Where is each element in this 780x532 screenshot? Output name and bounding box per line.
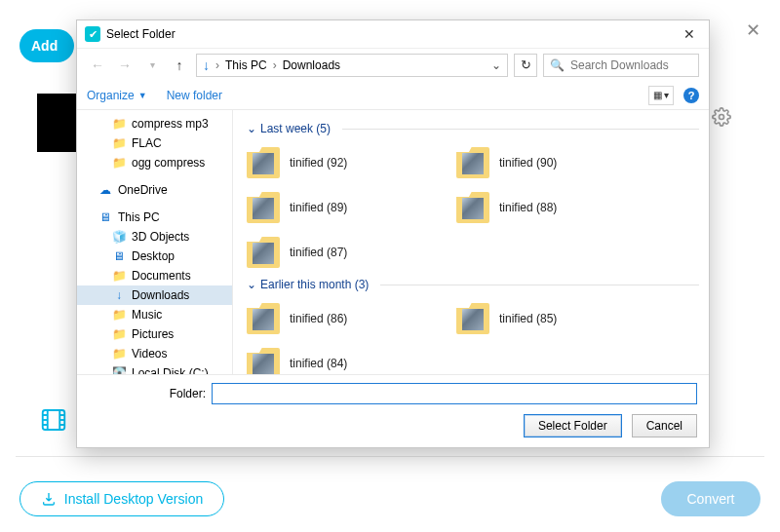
new-folder-button[interactable]: New folder [167,89,222,102]
cancel-button[interactable]: Cancel [632,414,697,437]
folder-icon [456,303,489,334]
folder-tree[interactable]: 📁compress mp3📁FLAC📁ogg compress☁OneDrive… [77,110,233,374]
install-label: Install Desktop Version [64,491,203,507]
folder-icon [247,192,280,223]
chevron-down-icon: ⌄ [247,122,256,135]
new-folder-label: New folder [167,89,222,102]
install-desktop-button[interactable]: Install Desktop Version [20,481,224,516]
cancel-label: Cancel [646,419,682,433]
tree-item-label: Music [132,308,162,322]
folder-name: tinified (87) [290,246,347,259]
group-header[interactable]: ⌄Last week (5) [247,122,699,135]
folder-name: tinified (85) [499,312,557,325]
group-title: Earlier this month (3) [260,278,369,291]
tree-item-label: OneDrive [118,183,168,197]
up-button[interactable]: ↑ [169,55,190,76]
tree-item[interactable]: 🖥This PC [77,208,232,227]
tree-item[interactable]: 📁Pictures [77,324,232,344]
folder-name: tinified (88) [499,201,557,214]
folder-item[interactable]: tinified (84) [247,344,437,374]
organize-label: Organize [87,89,135,102]
breadcrumb-current[interactable]: Downloads [283,58,340,72]
folder-item[interactable]: tinified (88) [456,188,646,227]
folder-name-input[interactable] [212,383,697,404]
folder-item[interactable]: tinified (87) [247,233,437,272]
divider [16,456,764,457]
tree-item[interactable]: ☁OneDrive [77,180,232,200]
folder-icon [247,303,280,334]
tree-item[interactable]: 📁Music [77,305,232,324]
chevron-down-icon: ⌄ [247,278,256,291]
chevron-right-icon: › [273,58,277,72]
folder-icon [456,192,489,223]
add-button-bg[interactable]: Add [20,29,74,62]
search-icon: 🔍 [550,58,565,72]
tree-item[interactable]: 🧊3D Objects [77,227,232,247]
chevron-down-icon: ▼ [138,91,147,100]
address-bar[interactable]: ↓ › This PC › Downloads ⌄ [196,54,508,77]
forward-button: → [114,55,136,76]
folder-item[interactable]: tinified (90) [456,143,646,182]
tree-item-label: 3D Objects [132,230,189,244]
select-folder-button[interactable]: Select Folder [524,414,622,437]
folder-name: tinified (92) [290,156,347,170]
tree-item-label: Pictures [132,327,174,341]
film-icon [39,405,68,435]
tree-item-label: This PC [118,210,160,224]
tree-item[interactable]: 📁FLAC [77,133,232,153]
chevron-down-icon[interactable]: ⌄ [491,58,501,72]
tree-item[interactable]: 📁compress mp3 [77,114,232,133]
refresh-button[interactable]: ↻ [514,54,537,77]
dialog-footer: Folder: Select Folder Cancel [77,374,709,447]
download-icon [41,491,57,507]
gear-icon[interactable] [712,107,731,127]
folder-name: tinified (90) [499,156,557,170]
bg-close-icon[interactable]: ✕ [746,19,760,41]
folder-item[interactable]: tinified (86) [247,299,437,338]
tree-item[interactable]: 📁Documents [77,266,232,285]
select-folder-label: Select Folder [538,419,607,433]
back-button[interactable]: ← [87,55,108,76]
nav-row: ← → ▾ ↑ ↓ › This PC › Downloads ⌄ ↻ 🔍 Se… [77,48,709,81]
chevron-right-icon: › [215,58,219,72]
downloads-icon: ↓ [203,57,210,73]
select-folder-dialog: ✔ Select Folder ✕ ← → ▾ ↑ ↓ › This PC › … [76,19,710,448]
tree-item[interactable]: 📁ogg compress [77,153,232,172]
tree-item[interactable]: 📁Videos [77,344,232,363]
tree-item-label: ogg compress [132,156,205,170]
add-button-label: Add [31,38,58,54]
tree-item[interactable]: 🖥Desktop [77,247,232,266]
help-icon[interactable]: ? [683,88,699,103]
convert-label: Convert [686,491,734,507]
file-list[interactable]: ⌄Last week (5)tinified (92)tinified (90)… [233,110,709,374]
breadcrumb-root[interactable]: This PC [225,58,267,72]
folder-field-label: Folder: [89,387,206,400]
folder-icon [456,147,489,178]
tree-item-label: compress mp3 [132,117,209,131]
organize-menu[interactable]: Organize▼ [87,89,147,102]
folder-name: tinified (89) [290,201,347,214]
toolbar: Organize▼ New folder ▦ ▾ ? [77,81,709,110]
search-input[interactable]: 🔍 Search Downloads [543,54,699,77]
recent-dropdown[interactable]: ▾ [141,55,163,76]
dialog-title: Select Folder [106,27,176,41]
tree-item-label: Local Disk (C:) [132,366,209,374]
folder-icon [247,237,280,268]
folder-item[interactable]: tinified (92) [247,143,437,182]
group-header[interactable]: ⌄Earlier this month (3) [247,278,699,291]
tree-item-label: Downloads [132,288,189,302]
search-placeholder: Search Downloads [570,58,669,72]
tree-item-label: Documents [132,269,191,283]
folder-item[interactable]: tinified (89) [247,188,437,227]
view-options-button[interactable]: ▦ ▾ [648,86,674,105]
bg-video-thumb [37,94,76,152]
group-title: Last week (5) [260,122,331,135]
folder-name: tinified (86) [290,312,347,325]
tree-item[interactable]: ↓Downloads [77,285,232,305]
close-icon[interactable]: ✕ [678,26,701,42]
tree-item[interactable]: 💽Local Disk (C:) [77,363,232,374]
svg-point-0 [720,115,724,120]
folder-item[interactable]: tinified (85) [456,299,646,338]
tree-item-label: Desktop [132,249,175,263]
convert-button[interactable]: Convert [661,481,760,516]
